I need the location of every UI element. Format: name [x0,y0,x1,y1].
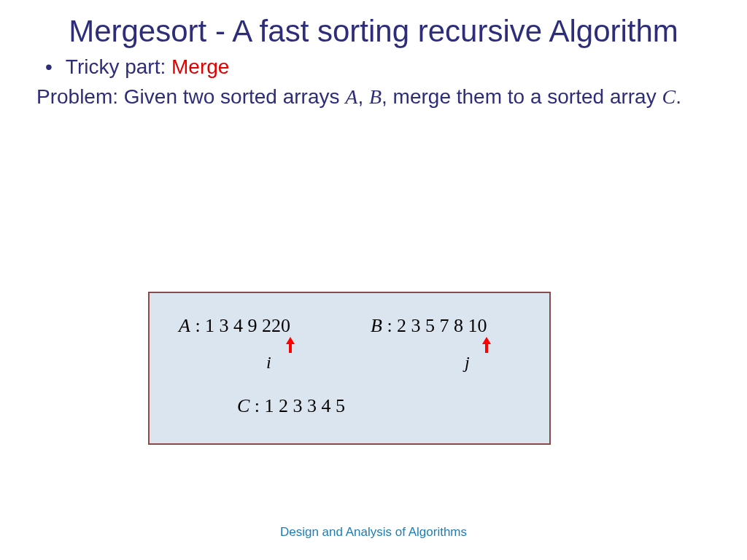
slide-title: Mergesort - A fast sorting recursive Alg… [0,0,747,50]
problem-period: . [676,85,681,108]
var-c: C [662,85,676,108]
slide-content: • Tricky part: Merge Problem: Given two … [0,50,747,111]
bullet-marker: • [45,55,53,79]
array-c-values: : 1 2 3 3 4 5 [249,395,345,416]
arrow-j-icon [481,337,492,357]
var-a: A [345,85,357,108]
array-a-label: A [179,315,190,336]
problem-statement: Problem: Given two sorted arrays A, B, m… [36,83,711,111]
problem-part2: , merge them to a sorted array [382,85,662,108]
bullet-prefix: Tricky part: [66,55,171,78]
problem-comma: , [357,85,369,108]
array-b-label: B [371,315,382,336]
bullet-point: • Tricky part: Merge [36,55,711,79]
array-a-values: : 1 3 4 9 220 [190,315,290,336]
array-b-values: : 2 3 5 7 8 10 [382,315,487,336]
pointer-i-label: i [266,353,271,373]
arrow-i-icon [285,337,295,357]
array-c: C : 1 2 3 3 4 5 [237,395,345,417]
problem-part1: Problem: Given two sorted arrays [36,85,345,108]
array-c-label: C [237,395,249,416]
merge-diagram: A : 1 3 4 9 220 B : 2 3 5 7 8 10 i j C :… [148,292,551,445]
var-b: B [369,85,382,108]
pointer-j-label: j [465,353,470,373]
slide-footer: Design and Analysis of Algorithms [0,525,747,540]
array-a: A : 1 3 4 9 220 [179,315,290,337]
array-b: B : 2 3 5 7 8 10 [371,315,487,337]
bullet-highlight: Merge [171,55,229,78]
